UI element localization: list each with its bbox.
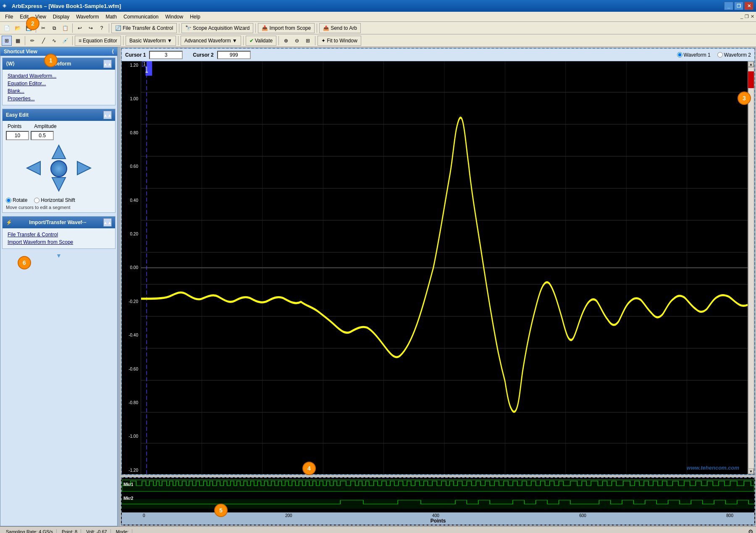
menu-restore[interactable]: ❐: [745, 14, 749, 19]
x-tick-400: 400: [432, 513, 439, 518]
easy-edit-section-title: Easy Edit: [6, 112, 29, 118]
send-arb-button[interactable]: 📤 Send to Arb: [319, 23, 361, 33]
import-section-header[interactable]: ⚡ Import/Transfer Wavef··· ▲▲: [3, 217, 115, 228]
easy-edit-collapse-btn[interactable]: ▲▲: [103, 111, 112, 119]
menu-display[interactable]: Display: [50, 13, 73, 21]
scroll-track-v[interactable]: [748, 67, 754, 468]
scroll-up-btn[interactable]: ▲: [748, 61, 754, 67]
cursor2-label: Cursor 2: [193, 52, 213, 58]
menu-math[interactable]: Math: [102, 13, 120, 21]
file-transfer-button[interactable]: 🔄 File Transfer & Control: [111, 23, 177, 33]
tool-draw-button[interactable]: ▦: [13, 36, 23, 46]
waveform1-tab[interactable]: Waveform 1: [677, 52, 711, 58]
y-n0-60: -0.60: [123, 367, 140, 371]
nav-center[interactable]: [50, 160, 67, 177]
equation-editor-button[interactable]: ≡ Equation Editor: [75, 36, 121, 46]
file-transfer-link[interactable]: File Transfer & Control: [6, 231, 112, 238]
zoom-fit-button[interactable]: ⊞: [303, 36, 313, 46]
scope-wizard-icon: 🔭: [185, 25, 192, 31]
menu-close[interactable]: ✕: [751, 14, 754, 19]
help-button[interactable]: ?: [97, 23, 107, 33]
menu-help[interactable]: Help: [186, 13, 204, 21]
pencil-button[interactable]: ✏: [27, 36, 37, 46]
arrow-down[interactable]: [50, 176, 67, 194]
cursor1-input[interactable]: [149, 51, 183, 59]
undo-button[interactable]: ↩: [75, 23, 85, 33]
open-button[interactable]: 📂: [13, 23, 23, 33]
curve-button[interactable]: ∿: [49, 36, 59, 46]
redo-button[interactable]: ↪: [86, 23, 96, 33]
cut-button[interactable]: ✂: [38, 23, 48, 33]
new-button[interactable]: 📄: [2, 23, 12, 33]
scope-wizard-button[interactable]: 🔭 Scope Acquisition Wizard: [181, 23, 253, 33]
waveform2-radio[interactable]: [717, 52, 723, 57]
import-scope-button[interactable]: 📥 Import from Scope: [258, 23, 315, 33]
waveform-section-content: Standard Waveform... Equation Editor... …: [3, 70, 115, 105]
restore-button[interactable]: ❐: [734, 2, 743, 10]
zoom-out-button[interactable]: ⊖: [292, 36, 302, 46]
y-n0-40: -0.40: [123, 333, 140, 337]
y-0-40: 0.40: [123, 198, 140, 203]
y-n0-20: -0.20: [123, 299, 140, 304]
points-input[interactable]: [6, 131, 29, 140]
basic-waveform-dropdown-icon: ▼: [167, 38, 172, 44]
horizontal-shift-radio-label[interactable]: Horizontal Shift: [34, 197, 75, 203]
line-button[interactable]: ╱: [38, 36, 48, 46]
sidebar-resize-icon[interactable]: ⟨: [112, 49, 114, 55]
callout-4: 4: [302, 462, 316, 475]
title-bar: ◈ ArbExpress – [Wave Book1-Sample1.wfm] …: [0, 0, 756, 12]
rotate-radio[interactable]: [6, 198, 11, 203]
arrow-right[interactable]: [76, 160, 92, 178]
copy-button[interactable]: ⧉: [49, 23, 59, 33]
paste-button[interactable]: 📋: [60, 23, 70, 33]
waveform1-radio[interactable]: [677, 52, 682, 57]
properties-link[interactable]: Properties...: [6, 95, 112, 102]
waveform-section-header[interactable]: ⟨W⟩ Waveform ▲▲: [3, 58, 115, 70]
sidebar-scroll-down[interactable]: ▼: [0, 251, 117, 261]
horizontal-shift-radio[interactable]: [34, 198, 39, 203]
menu-window[interactable]: Window: [162, 13, 186, 21]
fit-to-window-button[interactable]: ✦ Fit to Window: [318, 36, 361, 46]
toolbar-sep5: [255, 24, 256, 33]
standard-waveform-link[interactable]: Standard Waveform...: [6, 72, 112, 80]
x-tick-0: 0: [143, 513, 145, 518]
callout-1: 1: [44, 54, 58, 67]
cursor2-input[interactable]: [217, 51, 251, 59]
easy-edit-header[interactable]: Easy Edit ▲▲: [3, 109, 115, 121]
validate-label: Validate: [255, 38, 273, 44]
waveform2-tab[interactable]: Waveform 2: [717, 52, 751, 58]
horizontal-shift-label: Horizontal Shift: [41, 197, 75, 203]
close-button[interactable]: ✕: [744, 2, 753, 10]
equation-editor-link[interactable]: Equation Editor...: [6, 80, 112, 87]
waveform-icon: ⟨W⟩: [6, 61, 15, 67]
menu-waveform[interactable]: Waveform: [73, 13, 102, 21]
rotate-label: Rotate: [13, 197, 27, 203]
advanced-waveform-button[interactable]: Advanced Waveform ▼: [181, 36, 241, 46]
y-n0-80: -0.80: [123, 400, 140, 405]
zoom-in-button[interactable]: ⊕: [281, 36, 291, 46]
menu-communication[interactable]: Communication: [120, 13, 162, 21]
scroll-down-icon[interactable]: ▼: [56, 252, 62, 259]
scroll-down-btn[interactable]: ▼: [748, 468, 754, 474]
amplitude-input[interactable]: [31, 131, 54, 140]
x-tick-800: 800: [726, 513, 733, 518]
status-settings-icon[interactable]: ⚙: [748, 528, 753, 533]
waveform-collapse-btn[interactable]: ▲▲: [103, 60, 112, 68]
rotate-radio-label[interactable]: Rotate: [6, 197, 27, 203]
validate-button[interactable]: ✔ Validate: [246, 36, 276, 46]
menu-file[interactable]: File: [2, 13, 16, 21]
menu-minimize[interactable]: _: [740, 14, 743, 19]
minimize-button[interactable]: _: [724, 2, 733, 10]
y-1-20: 1.20: [123, 63, 140, 68]
vertical-scrollbar[interactable]: ▲ ▼: [748, 61, 754, 474]
blank-link[interactable]: Blank...: [6, 87, 112, 95]
import-collapse-btn[interactable]: ▲▲: [103, 218, 112, 227]
import-waveform-link[interactable]: Import Waveform from Scope: [6, 238, 112, 246]
arrow-left[interactable]: [25, 160, 42, 178]
x-tick-600: 600: [579, 513, 586, 518]
dropper-button[interactable]: 💉: [60, 36, 70, 46]
tool-select-button[interactable]: ⊞: [2, 36, 12, 46]
basic-waveform-button[interactable]: Basic Waveform ▼: [126, 36, 176, 46]
svg-marker-2: [27, 162, 40, 175]
arrow-up[interactable]: [50, 144, 67, 162]
